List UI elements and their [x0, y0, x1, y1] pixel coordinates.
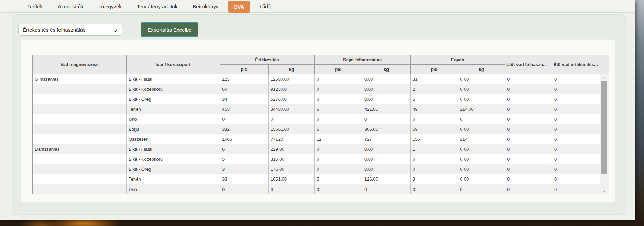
tab-beirokonyv[interactable]: Beírókönyv — [187, 0, 223, 12]
table-row: Tehén331051.005126.0030.0000 — [33, 174, 609, 184]
table-cell: 49 — [411, 104, 458, 114]
table-cell: 0 — [269, 184, 315, 194]
subcol-ertekesites-pld: pld — [220, 65, 269, 74]
tab-ova[interactable]: OVA — [228, 1, 249, 13]
table-cell: 0 — [505, 104, 552, 114]
table-cell: Bika - Öreg — [127, 94, 220, 104]
table-row: Ünő00000000 — [33, 114, 609, 124]
table-cell: 1 — [411, 144, 458, 154]
table-cell: 0.00 — [458, 84, 505, 94]
table-cell: Bika - Öreg — [127, 164, 220, 174]
table-cell: 31 — [411, 74, 458, 84]
table-cell: 69 — [411, 124, 458, 134]
table-cell: 0 — [315, 154, 362, 164]
table-cell: 0.00 — [362, 154, 411, 164]
table-cell: Bika - Fiatal — [127, 74, 220, 84]
table-cell: 0 — [362, 184, 411, 194]
table-cell: Borjú — [127, 124, 220, 134]
col-header-vad-megnevezese: Vad megnevezése — [33, 55, 127, 74]
table-card: Vad megnevezése Ivar / korcsoport Értéke… — [21, 39, 615, 202]
table-cell: 34 — [220, 94, 269, 104]
table-cell: 0.00 — [458, 74, 505, 84]
tab-lodij[interactable]: Lődíj — [254, 0, 276, 12]
tab-azonositok[interactable]: Azonosítók — [53, 0, 88, 12]
table-cell — [33, 124, 127, 134]
table-cell: 455 — [220, 104, 269, 114]
scrollbar-thumb[interactable] — [601, 81, 607, 174]
table-cell: 0.00 — [458, 124, 505, 134]
col-header-lott-vad: Lőtt vad felhaszn... — [505, 55, 552, 74]
table-cell: 421.00 — [362, 104, 411, 114]
table-cell: 0 — [552, 94, 600, 104]
table-row: Ünő00000000 — [33, 184, 609, 194]
table-cell: 0.00 — [362, 164, 411, 174]
table-cell: 0 — [315, 84, 362, 94]
table-cell: 0 — [458, 114, 505, 124]
table-cell: 125 — [220, 74, 269, 84]
table-cell: 3 — [411, 174, 458, 184]
vertical-scrollbar[interactable]: ▲ ▼ — [600, 75, 608, 194]
report-type-select[interactable]: Értékesítés és felhasználás ⌄ — [18, 24, 122, 36]
table-cell: 5 — [220, 154, 269, 164]
table-cell — [33, 84, 127, 94]
table-cell: 0.00 — [362, 84, 411, 94]
table-cell: 176.00 — [269, 164, 315, 174]
export-excel-button[interactable]: Exportálás Excelbe — [141, 22, 198, 37]
table-cell: 214.00 — [458, 104, 505, 114]
table-cell: 0.00 — [458, 154, 505, 164]
table-cell: 316.00 — [269, 154, 315, 164]
table-cell: 0.00 — [458, 94, 505, 104]
table-cell: 5 — [411, 94, 458, 104]
table-cell: 6 — [220, 144, 269, 154]
data-table: Vad megnevezése Ivar / korcsoport Értéke… — [32, 55, 609, 194]
table-cell: 60 — [220, 84, 269, 94]
tab-lojegyzek[interactable]: Lójegyzék — [93, 0, 127, 12]
table-row: GímszarvasBika - Fiatal12512580.0000.003… — [33, 74, 609, 84]
table-cell: 0 — [552, 104, 600, 114]
table-cell: 156 — [411, 134, 458, 144]
table-cell: 6 — [315, 104, 362, 114]
table-cell: 0 — [505, 124, 552, 134]
table-cell: 229.00 — [269, 144, 315, 154]
table-cell — [33, 104, 127, 114]
table-cell: 15661.00 — [269, 124, 315, 134]
tab-teritek[interactable]: Teríték — [22, 0, 48, 12]
table-cell: 0 — [458, 184, 505, 194]
table-cell: 1051.00 — [269, 174, 315, 184]
table-cell: 0 — [505, 84, 552, 94]
table-cell: 332 — [220, 124, 269, 134]
table-cell: 0 — [315, 144, 362, 154]
table-cell: Bika - Középkorú — [127, 84, 220, 94]
table-cell: 0 — [315, 184, 362, 194]
table-cell: 2 — [411, 84, 458, 94]
scroll-down-icon[interactable]: ▼ — [600, 189, 608, 194]
table-cell: Ünő — [127, 114, 220, 124]
table-header: Vad megnevezése Ivar / korcsoport Értéke… — [33, 55, 609, 74]
scroll-up-icon[interactable]: ▲ — [600, 75, 608, 80]
tab-terv-teny-adatok[interactable]: Terv / tény adatok — [132, 0, 183, 12]
table-row: Bika - Öreg345276.0000.0050.0000 — [33, 94, 609, 104]
table-row: Bika - Öreg3176.0000.0000.0000 — [33, 164, 609, 174]
col-header-ivar-korcsoport: Ivar / korcsoport — [127, 55, 220, 74]
table-body: GímszarvasBika - Fiatal12512580.0000.003… — [33, 74, 609, 194]
subcol-ertekesites-kg: kg — [269, 65, 315, 74]
col-header-elo-vad: Élő vad értékesítés... — [552, 55, 600, 74]
data-table-container: Vad megnevezése Ivar / korcsoport Értéke… — [32, 55, 609, 194]
table-cell: 0.00 — [362, 74, 411, 84]
table-cell: 0 — [552, 124, 600, 134]
table-cell: 0 — [505, 114, 552, 124]
table-cell: 0 — [220, 114, 269, 124]
table-cell: 0 — [315, 114, 362, 124]
table-cell: 0 — [552, 174, 600, 184]
table-row: Tehén45534480.006421.0049214.0000 — [33, 104, 609, 114]
subcol-sajat-kg: kg — [362, 65, 411, 74]
table-cell: Bika - Fiatal — [127, 144, 220, 154]
table-cell: 0 — [315, 164, 362, 174]
table-cell: 0.00 — [362, 144, 411, 154]
table-cell: 0 — [552, 144, 600, 154]
tab-bar: Teríték Azonosítók Lójegyzék Terv / tény… — [0, 0, 635, 13]
table-cell: 0 — [505, 94, 552, 104]
table-cell: 0.00 — [458, 164, 505, 174]
table-cell: 0 — [552, 184, 600, 194]
table-cell: Gímszarvas — [33, 74, 127, 84]
